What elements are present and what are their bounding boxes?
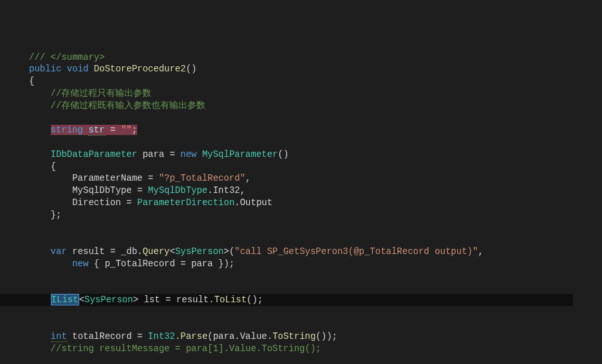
code-line: new { p_TotalRecord = para });: [29, 259, 234, 269]
comment: //存储过程既有输入参数也有输出参数: [51, 100, 206, 111]
code-line: //存储过程只有输出参数: [29, 88, 151, 98]
keyword-public: public: [29, 64, 61, 74]
code-line: public void DoStoreProcedure2(): [29, 64, 196, 74]
xml-doc-comment: /// </summary>: [29, 52, 105, 62]
code-line: Direction = ParameterDirection.Output: [29, 197, 272, 208]
code-line: IDbDataParameter para = new MySqlParamet…: [29, 149, 288, 159]
current-line-highlight: IList<SysPerson> lst = result.ToList();: [0, 294, 573, 306]
code-line: {: [29, 76, 34, 86]
code-line: //存储过程既有输入参数也有输出参数: [29, 100, 205, 111]
code-line: MySqlDbType = MySqlDbType.Int32,: [29, 185, 245, 196]
code-line: string str = "";: [29, 125, 137, 135]
code-line: ParameterName = "?p_TotalRecord",: [29, 173, 250, 183]
keyword-void: void: [67, 64, 89, 74]
method-name: DoStoreProcedure2: [94, 64, 186, 74]
code-line: int totalRecord = Int32.Parse(para.Value…: [29, 331, 337, 342]
comment: //存储过程只有输出参数: [51, 88, 152, 98]
code-line: };: [29, 210, 61, 220]
code-line: /// </summary>: [29, 52, 105, 62]
highlighted-declaration: string str = "";: [51, 125, 137, 135]
code-line: //string resultMessage = para[1].Value.T…: [29, 343, 321, 354]
code-line: {: [29, 161, 56, 172]
type-name: IDbDataParameter: [51, 149, 137, 159]
selection-ilist: IList: [51, 294, 79, 305]
code-line: var result = _db.Query<SysPerson>("call …: [29, 246, 484, 257]
code-editor[interactable]: /// </summary> public void DoStoreProced…: [0, 49, 602, 364]
